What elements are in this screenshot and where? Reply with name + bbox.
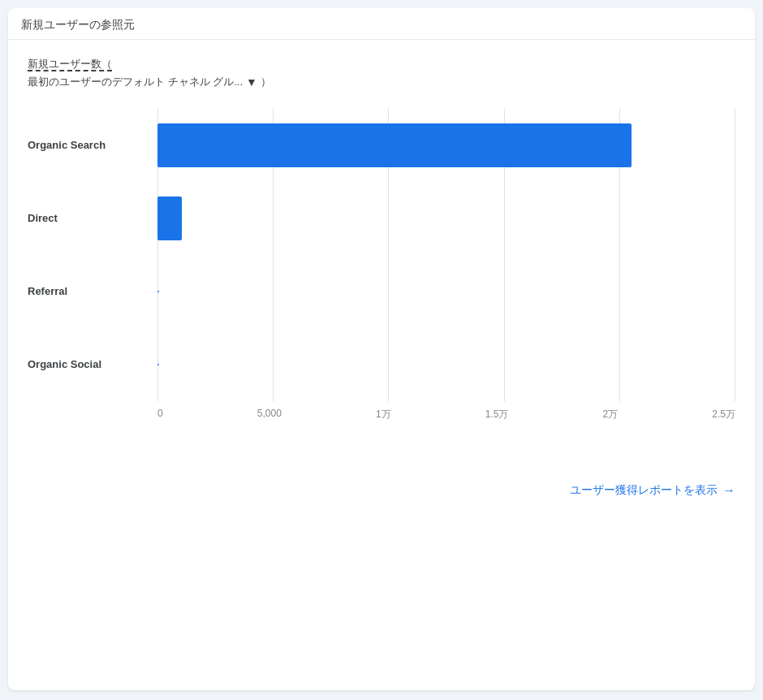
y-label-direct: Direct — [28, 182, 157, 255]
bars-and-grid — [157, 109, 735, 401]
x-label-2: 1万 — [376, 408, 391, 421]
bar-organic-social — [157, 364, 159, 365]
x-label-0: 0 — [157, 408, 163, 421]
bar-organic-search — [157, 123, 632, 167]
y-label-organic-social: Organic Social — [28, 328, 157, 401]
chart-header: 新規ユーザー数（ 最初のユーザーのデフォルト チャネル グル... ▼ ） — [28, 56, 735, 89]
y-label-text-organic-search: Organic Search — [28, 139, 106, 151]
y-labels: Organic Search Direct Referral Organic S… — [28, 109, 157, 401]
y-label-text-referral: Referral — [28, 285, 67, 297]
arrow-icon: → — [722, 483, 735, 498]
bar-row-direct — [157, 182, 735, 255]
user-acquisition-report-link[interactable]: ユーザー獲得レポートを表示 → — [570, 483, 735, 498]
dimension-label: 最初のユーザーのデフォルト チャネル グル... — [28, 75, 243, 89]
widget-title: 新規ユーザーの参照元 — [8, 8, 755, 40]
x-label-4: 2万 — [602, 408, 618, 421]
footer-link-container: ユーザー獲得レポートを表示 → — [8, 467, 755, 514]
y-label-organic-search: Organic Search — [28, 109, 157, 182]
chart-plot-area: Organic Search Direct Referral Organic S… — [28, 109, 735, 401]
bar-row-referral — [157, 255, 735, 328]
x-label-1: 5,000 — [257, 408, 282, 421]
metric-label-line: 新規ユーザー数（ — [28, 56, 735, 73]
closing-paren: ） — [261, 75, 271, 89]
y-label-referral: Referral — [28, 255, 157, 328]
bar-referral — [157, 291, 159, 292]
bar-row-organic-social — [157, 328, 735, 401]
bar-row-organic-search — [157, 109, 735, 182]
widget-container: 新規ユーザーの参照元 新規ユーザー数（ 最初のユーザーのデフォルト チャネル グ… — [8, 8, 755, 690]
y-label-text-organic-social: Organic Social — [28, 358, 101, 370]
x-axis: 0 5,000 1万 1.5万 2万 2.5万 — [157, 408, 735, 421]
dropdown-arrow-icon[interactable]: ▼ — [246, 76, 257, 89]
chart-area: 新規ユーザー数（ 最初のユーザーのデフォルト チャネル グル... ▼ ） Or… — [8, 40, 755, 434]
bar-direct — [157, 197, 182, 240]
x-label-3: 1.5万 — [485, 408, 509, 421]
x-label-5: 2.5万 — [712, 408, 735, 421]
dimension-label-line: 最初のユーザーのデフォルト チャネル グル... ▼ ） — [28, 75, 735, 89]
y-label-text-direct: Direct — [28, 212, 58, 224]
metric-label: 新規ユーザー数（ — [28, 58, 112, 71]
footer-link-text: ユーザー獲得レポートを表示 — [570, 483, 718, 498]
